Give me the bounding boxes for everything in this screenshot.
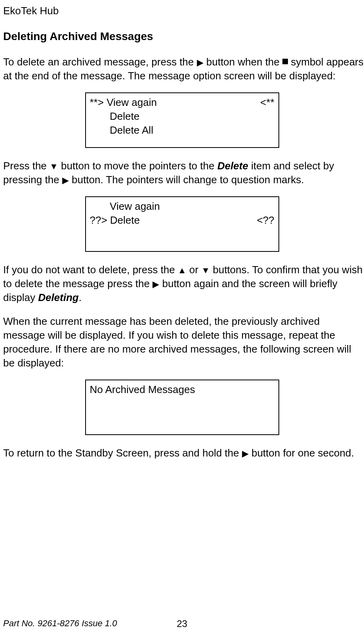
right-triangle-icon: ▶: [62, 175, 69, 186]
down-triangle-icon: ▼: [201, 265, 210, 276]
p2-text-b: button to move the pointers to the: [58, 160, 217, 172]
screen1-row1-right: <**: [260, 96, 274, 109]
right-triangle-icon: ▶: [197, 57, 204, 69]
p1-text-b: button when the: [204, 56, 282, 68]
paragraph-2: Press the ▼ button to move the pointers …: [0, 159, 364, 187]
footer-part-no: Part No. 9261-8276 Issue 1.0: [3, 618, 117, 629]
screen2-row2-left: ??> Delete: [90, 213, 140, 227]
paragraph-3: If you do not want to delete, press the …: [0, 263, 364, 305]
p2-text-d: button. The pointers will change to ques…: [69, 174, 304, 186]
p5-text-b: button for one second.: [249, 447, 354, 459]
screen3-row1-text: No Archived Messages: [90, 383, 195, 397]
screen2-row1-text: View again: [90, 199, 160, 213]
page-footer: Part No. 9261-8276 Issue 1.0 23: [3, 618, 361, 629]
screen2-row1: View again: [90, 199, 274, 213]
p5-text-a: To return to the Standby Screen, press a…: [3, 447, 242, 459]
screen1-row2: Delete: [90, 109, 274, 123]
screen3-row1: No Archived Messages: [90, 383, 274, 397]
document-header: EkoTek Hub: [0, 4, 364, 18]
down-triangle-icon: ▼: [50, 161, 58, 173]
paragraph-5: To return to the Standby Screen, press a…: [0, 446, 364, 460]
screen-display-3: No Archived Messages: [85, 380, 279, 435]
screen1-row3-text: Delete All: [90, 123, 153, 137]
p3-text-e: .: [79, 292, 82, 303]
p3-text-a: If you do not want to delete, press the: [3, 264, 178, 276]
paragraph-4: When the current message has been delete…: [0, 315, 364, 370]
square-icon: [282, 59, 288, 64]
screen2-row2: ??> Delete <??: [90, 213, 274, 227]
delete-emphasis: Delete: [217, 160, 248, 172]
right-triangle-icon: ▶: [152, 278, 159, 290]
right-triangle-icon: ▶: [242, 448, 249, 460]
page-number: 23: [177, 618, 187, 630]
screen-display-2: View again ??> Delete <??: [85, 196, 279, 252]
paragraph-1: To delete an archived message, press the…: [0, 55, 364, 83]
p2-text-a: Press the: [3, 160, 50, 172]
screen1-row2-text: Delete: [90, 109, 140, 123]
up-triangle-icon: ▲: [178, 265, 187, 276]
screen1-row1-left: **> View again: [90, 96, 157, 109]
screen1-row1: **> View again <**: [90, 96, 274, 109]
screen-display-1: **> View again <** Delete Delete All: [85, 92, 279, 148]
p3-text-b: or: [187, 264, 202, 276]
section-title: Deleting Archived Messages: [0, 29, 364, 44]
screen2-row2-right: <??: [257, 213, 274, 227]
p1-text-a: To delete an archived message, press the: [3, 56, 197, 68]
screen1-row3: Delete All: [90, 123, 274, 137]
deleting-emphasis: Deleting: [38, 292, 79, 303]
